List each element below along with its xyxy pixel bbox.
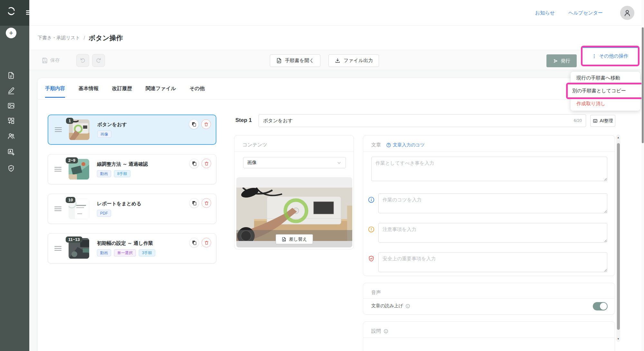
info-circle-icon <box>405 304 410 309</box>
info-icon <box>368 196 375 203</box>
step-thumbnail: 11~13 <box>69 238 89 259</box>
tab-basic-info[interactable]: 基本情報 <box>79 85 99 98</box>
sidebar-item-translate[interactable] <box>7 148 15 156</box>
tab-related-files[interactable]: 関連ファイル <box>146 85 176 98</box>
step-number-badge: 2~9 <box>66 157 78 163</box>
tab-revision-history[interactable]: 改訂履歴 <box>112 85 132 98</box>
step-title-input[interactable] <box>259 114 586 127</box>
grid-plus-icon <box>7 117 15 125</box>
breadcrumb: 下書き・承認リスト / ボタン操作 <box>38 26 123 50</box>
drag-handle-icon[interactable] <box>54 207 62 211</box>
notifications-link[interactable]: お知らせ <box>535 10 555 16</box>
replace-image-button[interactable]: 差し替え <box>276 234 313 244</box>
step-card-3[interactable]: 10 レポートをまとめる PDF <box>48 194 216 224</box>
duplicate-step-button[interactable] <box>189 198 199 208</box>
tab-others[interactable]: その他 <box>189 85 204 98</box>
editor-scrollbar[interactable]: ▲ ▼ <box>616 134 620 342</box>
chevron-down-icon <box>336 160 342 165</box>
step-title: 初期幅の設定 ～ 通し作業 <box>97 240 155 246</box>
step-card-actions <box>189 238 211 247</box>
sidebar-item-media[interactable] <box>7 102 15 110</box>
delete-step-button[interactable] <box>202 238 211 247</box>
duplicate-step-button[interactable] <box>189 159 199 168</box>
page-scrollbar-thumb[interactable] <box>642 27 644 143</box>
breadcrumb-row: 下書き・承認リスト / ボタン操作 <box>29 26 644 50</box>
breadcrumb-parent[interactable]: 下書き・承認リスト <box>38 35 80 41</box>
step-title: ボタンをおす <box>97 122 127 128</box>
step-card-1[interactable]: 1 ボタンをおす 画像 <box>48 115 216 145</box>
drag-handle-icon[interactable] <box>55 127 62 132</box>
page-scrollbar[interactable] <box>641 0 644 351</box>
work-tips-field[interactable] <box>378 193 607 213</box>
scroll-up-icon[interactable]: ▲ <box>616 136 620 139</box>
app-logo-icon[interactable] <box>6 6 16 16</box>
undo-button[interactable] <box>76 54 89 67</box>
create-new-button[interactable]: + <box>6 28 16 38</box>
tabs-divider <box>38 99 641 100</box>
open-manual-button[interactable]: 手順書を開く <box>270 54 320 67</box>
more-actions-label: その他の操作 <box>599 53 628 59</box>
editor-scrollbar-thumb[interactable] <box>617 143 620 330</box>
menu-item-cancel-creation[interactable]: 作成取り消し <box>576 101 606 107</box>
publish-button[interactable]: 発行 <box>546 54 577 67</box>
avatar[interactable] <box>620 6 634 20</box>
audio-panel: 音声 文章の読み上げ <box>363 283 615 315</box>
sidebar-item-users[interactable] <box>7 132 15 140</box>
file-export-label: ファイル出力 <box>344 58 373 64</box>
content-type-select[interactable]: 画像 <box>243 157 346 168</box>
drag-handle-icon[interactable] <box>54 246 62 251</box>
more-actions-button[interactable]: その他の操作 <box>582 47 638 65</box>
writing-tips-label: 文章入力のコツ <box>393 142 425 148</box>
warning-icon <box>368 226 375 233</box>
step-card-2[interactable]: 2~9 線調整方法 ～ 通過確認 動画 8手順 <box>48 154 216 184</box>
step-title-input-wrap: 6/20 <box>259 114 586 127</box>
content-type-value: 画像 <box>247 160 257 166</box>
sidebar-item-documents[interactable] <box>7 71 15 79</box>
step-card-actions <box>189 159 211 168</box>
step-card-4[interactable]: 11~13 初期幅の設定 ～ 通し作業 動画 単一選択 3手順 <box>48 233 216 263</box>
save-button[interactable]: 保存 <box>42 50 60 70</box>
step-thumbnail: 2~9 <box>69 159 89 180</box>
delete-step-button[interactable] <box>202 159 211 168</box>
sidebar: + <box>0 0 29 351</box>
kebab-menu-icon <box>592 54 597 59</box>
step-card-actions <box>189 198 211 208</box>
duplicate-step-button[interactable] <box>189 119 199 129</box>
save-icon <box>42 57 48 64</box>
ai-organize-button[interactable]: AI整理 <box>590 115 615 127</box>
sidebar-item-edit[interactable] <box>7 87 15 95</box>
step-tags: PDF <box>97 210 141 217</box>
scroll-down-icon[interactable]: ▼ <box>616 337 620 340</box>
drag-handle-icon[interactable] <box>54 167 62 171</box>
tts-toggle[interactable] <box>593 302 608 310</box>
duplicate-step-button[interactable] <box>189 238 199 247</box>
text-panel-header-row: 文章 文章入力のコツ <box>371 142 425 148</box>
redo-button[interactable] <box>92 54 105 67</box>
redo-icon <box>95 57 102 64</box>
step-body: レポートをまとめる PDF <box>97 201 141 217</box>
safety-field[interactable] <box>378 252 607 272</box>
menu-item-move-to-current[interactable]: 現行の手順書へ移動 <box>576 75 620 81</box>
divider <box>363 337 615 338</box>
delete-step-button[interactable] <box>202 198 211 208</box>
sidebar-item-templates[interactable] <box>7 117 15 125</box>
tab-step-content[interactable]: 手順内容 <box>45 85 65 98</box>
highlight-box-more-actions: その他の操作 <box>581 46 639 66</box>
step-body: ボタンをおす 画像 <box>97 122 127 138</box>
help-center-link[interactable]: ヘルプセンター <box>568 10 603 16</box>
writing-tips-link[interactable]: 文章入力のコツ <box>386 142 425 148</box>
step-count-tag: 8手順 <box>114 170 130 177</box>
sidebar-item-security[interactable] <box>7 164 15 172</box>
safety-icon <box>368 255 375 262</box>
task-description-field[interactable] <box>371 157 607 181</box>
copy-icon <box>191 122 196 127</box>
caution-field[interactable] <box>378 223 607 243</box>
step-count-tag: 3手順 <box>139 249 155 256</box>
content-type-tag: 画像 <box>97 131 111 138</box>
info-circle-icon <box>368 196 375 203</box>
trash-icon <box>204 201 209 206</box>
menu-item-copy-as-new[interactable]: 別の手順書としてコピー <box>568 84 642 97</box>
delete-step-button[interactable] <box>201 119 211 129</box>
divider <box>363 298 615 299</box>
file-export-button[interactable]: ファイル出力 <box>328 54 379 67</box>
